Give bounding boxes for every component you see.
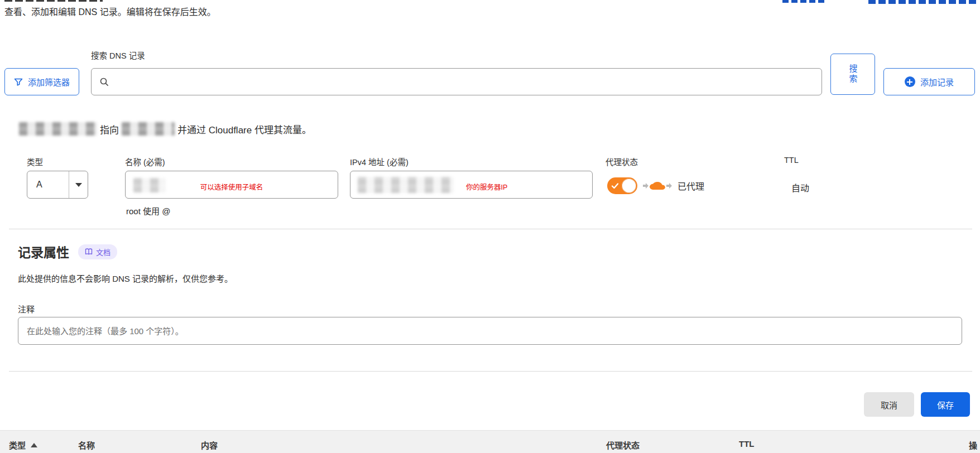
proxy-toggle[interactable] (607, 177, 637, 194)
ipv4-label: IPv4 地址 (必需) (350, 156, 409, 167)
search-input[interactable] (91, 68, 822, 95)
helper-sentence-link-word: 指向 (100, 122, 119, 136)
sort-ascending-icon (31, 443, 37, 447)
proxy-status-label: 代理状态 (606, 156, 638, 167)
documentation-badge[interactable]: 文档 (78, 244, 117, 259)
comment-label: 注释 (18, 303, 35, 315)
column-header-name[interactable]: 名称 (78, 439, 95, 451)
search-text-field[interactable] (115, 69, 814, 95)
column-header-type[interactable]: 类型 (9, 439, 37, 451)
search-button-label: 搜索 (847, 64, 859, 84)
record-attributes-note: 此处提供的信息不会影响 DNS 记录的解析，仅供您参考。 (18, 272, 233, 284)
cancel-button[interactable]: 取消 (864, 392, 914, 417)
column-header-content-label: 内容 (201, 439, 218, 451)
ttl-value: 自动 (791, 181, 809, 194)
comment-input[interactable] (18, 317, 962, 345)
magnifier-icon (99, 77, 109, 87)
helper-sentence-suffix: 并通过 Cloudflare 代理其流量。 (177, 122, 311, 136)
section-divider (9, 229, 972, 229)
add-record-button[interactable]: 添加记录 (883, 68, 975, 95)
save-button-label: 保存 (937, 399, 954, 411)
page-description: 查看、添加和编辑 DNS 记录。编辑将在保存后生效。 (4, 4, 216, 18)
documentation-badge-label: 文档 (96, 247, 111, 257)
column-header-type-label: 类型 (9, 439, 26, 451)
column-header-proxy-status[interactable]: 代理状态 (606, 439, 640, 451)
column-header-proxy-status-label: 代理状态 (606, 439, 640, 451)
chevron-down-icon (69, 171, 88, 198)
clipped-link-fragment[interactable] (782, 0, 826, 3)
add-filter-label: 添加筛选器 (28, 76, 70, 88)
proxy-status-value: 已代理 (678, 179, 704, 192)
redacted-ip-address (122, 122, 175, 136)
ipv4-annotation: 你的服务器IP (466, 181, 507, 192)
proxy-status-group: 已代理 (607, 177, 704, 194)
name-field[interactable]: 可以选择使用子域名 (125, 171, 338, 199)
column-header-ttl-label: TTL (739, 439, 755, 449)
root-hint: root 使用 @ (126, 205, 170, 216)
ipv4-field[interactable]: 你的服务器IP (350, 171, 593, 199)
column-header-actions-label: 操作 (969, 439, 980, 453)
dns-records-page: 查看、添加和编辑 DNS 记录。编辑将在保存后生效。 搜索 DNS 记录 添加筛… (0, 0, 980, 453)
funnel-filter-icon (14, 78, 23, 86)
type-select-value: A (27, 171, 69, 198)
search-button[interactable]: 搜索 (830, 54, 875, 95)
column-header-ttl[interactable]: TTL (739, 439, 755, 449)
plus-circle-icon (905, 76, 915, 87)
search-input-label: 搜索 DNS 记录 (91, 49, 145, 61)
check-icon (611, 182, 619, 190)
redacted-name-value (133, 178, 166, 192)
column-header-content[interactable]: 内容 (201, 439, 218, 451)
type-select[interactable]: A (27, 171, 88, 199)
column-header-actions[interactable]: 操作 (969, 439, 980, 453)
name-label: 名称 (必需) (125, 156, 165, 167)
redacted-domain-name (19, 122, 97, 136)
cloudflare-cloud-icon (643, 179, 672, 192)
cancel-button-label: 取消 (881, 399, 897, 411)
save-button[interactable]: 保存 (921, 392, 970, 417)
record-attributes-heading: 记录属性 (18, 242, 69, 261)
record-attributes-header: 记录属性 文档 (18, 242, 117, 261)
records-table-header: 类型 名称 内容 代理状态 TTL 操作 (0, 430, 980, 453)
clipped-page-title-fragment (4, 0, 103, 2)
record-helper-sentence: 指向 并通过 Cloudflare 代理其流量。 (19, 121, 311, 137)
add-filter-button[interactable]: 添加筛选器 (4, 68, 79, 95)
redacted-ipv4-value (358, 177, 454, 193)
toggle-knob (622, 179, 636, 193)
name-annotation: 可以选择使用子域名 (200, 181, 263, 192)
footer-divider (9, 371, 972, 372)
add-record-label: 添加记录 (920, 76, 954, 88)
column-header-name-label: 名称 (78, 439, 95, 451)
clipped-link-fragment[interactable] (868, 0, 977, 4)
ttl-label: TTL (784, 156, 799, 165)
book-icon (85, 248, 93, 256)
type-label: 类型 (27, 156, 43, 167)
